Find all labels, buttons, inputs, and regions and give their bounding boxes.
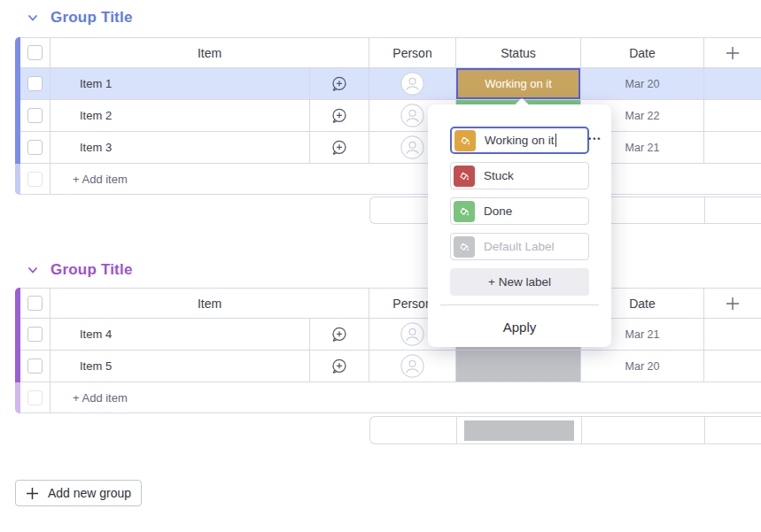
label-option-stuck[interactable]: Stuck [450, 162, 589, 189]
paint-bucket-icon[interactable] [454, 130, 476, 151]
item-name-cell[interactable]: Item 4 [50, 319, 310, 350]
row-checkbox[interactable] [27, 140, 43, 155]
collapse-group-icon[interactable] [27, 12, 39, 24]
add-conversation-icon [330, 107, 348, 125]
label-option-text: Stuck [484, 169, 514, 182]
group-2-table: Item Person Status Date Item 4 [20, 288, 761, 413]
group-summary-row [369, 416, 761, 444]
table-row: Item 2 Done Mar 22 [20, 100, 761, 132]
summary-empty-cell [705, 417, 761, 443]
add-column-button[interactable] [704, 38, 761, 67]
empty-cell [704, 68, 761, 99]
item-name-cell[interactable]: Item 1 [50, 68, 310, 99]
person-avatar-icon [400, 322, 424, 346]
item-name-cell[interactable]: Item 3 [50, 132, 310, 163]
row-checkbox [27, 390, 43, 405]
status-cell[interactable]: Working on it [456, 68, 581, 99]
add-item-button[interactable]: + Add item [73, 173, 128, 186]
summary-date-cell [582, 417, 705, 443]
paint-bucket-icon[interactable] [454, 236, 475, 258]
add-conversation-icon [330, 75, 348, 93]
conversation-cell[interactable] [310, 132, 369, 163]
select-all-cell [20, 38, 50, 67]
empty-cell [704, 319, 761, 350]
person-cell[interactable] [369, 68, 456, 99]
status-label-editor-popup: Working on it ••• Stuck [428, 104, 611, 347]
person-avatar-icon [400, 104, 424, 127]
row-checkbox[interactable] [27, 108, 43, 123]
conversation-cell[interactable] [310, 68, 369, 99]
conversation-cell[interactable] [310, 351, 369, 382]
date-cell[interactable]: Mar 20 [581, 351, 704, 382]
summary-person-cell [370, 417, 457, 443]
table-header-row: Item Person Status Date [20, 288, 761, 319]
add-item-row: + Add item [20, 164, 761, 195]
add-item-button[interactable]: + Add item [73, 391, 128, 405]
group-title[interactable]: Group Title [50, 9, 133, 27]
row-checkbox[interactable] [27, 359, 43, 374]
group-1-header: Group Title [27, 9, 133, 27]
paint-bucket-icon[interactable] [454, 201, 475, 222]
item-name-cell[interactable]: Item 5 [50, 351, 310, 382]
add-item-row: + Add item [20, 382, 761, 413]
paint-bucket-icon[interactable] [454, 166, 475, 187]
select-all-checkbox[interactable] [27, 45, 43, 60]
add-conversation-icon [330, 326, 348, 343]
conversation-cell[interactable] [310, 319, 369, 350]
plus-icon [26, 487, 39, 500]
empty-cell [704, 132, 761, 163]
board-canvas: Group Title Item Person Status Date Item… [0, 0, 761, 532]
person-avatar-icon [400, 72, 424, 96]
label-option-done[interactable]: Done [450, 197, 589, 225]
text-cursor [555, 134, 556, 147]
add-conversation-icon [330, 358, 348, 375]
empty-cell [704, 100, 761, 131]
label-option-text: Default Label [484, 240, 555, 253]
table-header-row: Item Person Status Date [20, 37, 761, 68]
new-label-button[interactable]: + New label [450, 268, 589, 296]
summary-status-cell [457, 417, 582, 443]
add-column-button[interactable] [704, 289, 761, 318]
column-header-person[interactable]: Person [369, 38, 456, 67]
label-input-value[interactable]: Working on it [485, 134, 555, 147]
table-row: Item 4 Mar 21 [20, 319, 761, 351]
column-header-status[interactable]: Status [456, 38, 581, 67]
status-muted-fill [456, 351, 580, 382]
status-cell[interactable] [456, 351, 581, 382]
add-conversation-icon [330, 139, 348, 157]
select-all-checkbox[interactable] [27, 296, 43, 311]
plus-icon [725, 45, 741, 61]
row-checkbox[interactable] [27, 76, 43, 91]
column-header-item[interactable]: Item [50, 38, 369, 67]
label-option-default[interactable]: Default Label [450, 233, 589, 260]
conversation-cell[interactable] [310, 100, 369, 131]
collapse-group-icon[interactable] [27, 264, 39, 276]
label-options-menu-icon[interactable]: ••• [588, 135, 602, 143]
column-header-date[interactable]: Date [581, 38, 704, 67]
table-row: Item 3 Mar 21 [20, 132, 761, 164]
person-cell[interactable] [369, 351, 456, 382]
label-option-text: Done [484, 204, 512, 218]
popup-divider [440, 305, 599, 305]
row-checkbox [27, 172, 43, 187]
person-avatar-icon [400, 135, 424, 159]
select-all-cell [20, 289, 50, 318]
item-name-cell[interactable]: Item 2 [50, 100, 310, 131]
group-2-header: Group Title [27, 261, 133, 279]
add-new-group-label: Add new group [48, 486, 131, 500]
status-label-working: Working on it [456, 68, 580, 99]
summary-empty-cell [705, 197, 761, 223]
plus-icon [725, 296, 741, 312]
column-header-item[interactable]: Item [50, 289, 369, 318]
apply-button[interactable]: Apply [428, 313, 611, 340]
group-title[interactable]: Group Title [50, 261, 133, 279]
add-new-group-button[interactable]: Add new group [15, 480, 142, 506]
label-edit-input[interactable]: Working on it [450, 127, 589, 154]
empty-cell [704, 351, 761, 382]
status-summary-battery[interactable] [464, 420, 574, 441]
group-1-table: Item Person Status Date Item 1 [20, 37, 761, 195]
person-avatar-icon [400, 354, 424, 378]
date-cell[interactable]: Mar 20 [581, 68, 704, 99]
row-checkbox[interactable] [27, 327, 43, 342]
table-row: Item 1 Working on it Mar 20 [20, 68, 761, 100]
